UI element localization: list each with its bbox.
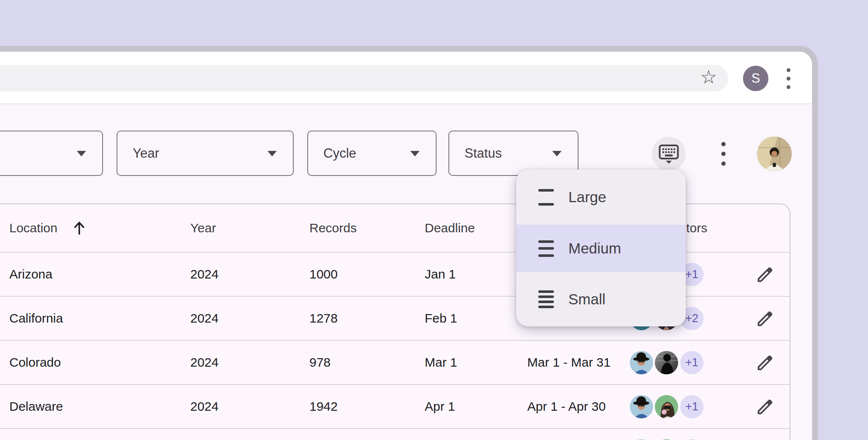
density-menu: Large Medium Small xyxy=(516,170,686,326)
column-header-label: Year xyxy=(190,221,216,235)
screen: ☆ S Year Cycle Status xyxy=(0,0,868,440)
menu-item-label: Small xyxy=(568,291,606,308)
cell-deadline: Feb 1 xyxy=(425,297,457,340)
keyboard-icon xyxy=(659,144,679,164)
edit-button[interactable] xyxy=(754,396,776,418)
cell-window: Apr 1 - Apr 30 xyxy=(527,385,606,428)
column-header-records[interactable]: Records xyxy=(309,204,357,252)
density-medium-icon xyxy=(538,240,554,257)
chevron-down-icon xyxy=(77,151,86,156)
cell-records: 978 xyxy=(309,341,331,384)
cell-location: Delaware xyxy=(9,385,63,428)
collaborators-overflow-badge[interactable]: +1 xyxy=(680,395,704,418)
cell-records: 1942 xyxy=(309,385,338,428)
menu-item-small[interactable]: Small xyxy=(516,272,686,326)
pencil-icon xyxy=(755,353,775,373)
cell-year: 2024 xyxy=(190,297,219,340)
more-options-icon[interactable] xyxy=(717,137,730,171)
filter-label: Cycle xyxy=(323,146,356,161)
browser-menu-icon[interactable] xyxy=(782,66,795,91)
cell-records: 1000 xyxy=(309,253,338,296)
table-row-partial[interactable] xyxy=(0,428,790,440)
browser-profile-avatar[interactable]: S xyxy=(743,66,768,91)
bookmark-star-icon[interactable]: ☆ xyxy=(696,64,721,90)
cell-year: 2024 xyxy=(190,253,219,296)
menu-item-label: Medium xyxy=(568,240,621,257)
cell-year: 2024 xyxy=(190,385,219,428)
density-large-icon xyxy=(538,189,554,206)
collaborator-avatar xyxy=(655,395,678,418)
menu-item-medium[interactable]: Medium xyxy=(516,225,686,272)
chevron-down-icon xyxy=(552,151,562,156)
cell-deadline: Jan 1 xyxy=(425,253,456,296)
table-row-delaware[interactable]: Delaware 2024 1942 Apr 1 Apr 1 - Apr 30 xyxy=(0,384,790,428)
sort-ascending-icon xyxy=(72,220,86,236)
column-header-deadline[interactable]: Deadline xyxy=(425,204,475,252)
edit-button[interactable] xyxy=(754,308,776,329)
filter-select-year[interactable]: Year xyxy=(117,131,294,176)
filter-select-status[interactable]: Status xyxy=(448,131,579,176)
filter-label: Year xyxy=(133,146,159,161)
pencil-icon xyxy=(755,265,775,284)
cell-deadline: Apr 1 xyxy=(425,385,455,428)
density-small-icon xyxy=(538,290,554,309)
column-header-label: tors xyxy=(686,221,707,235)
cell-window: Mar 1 - Mar 31 xyxy=(527,341,611,384)
edit-button[interactable] xyxy=(754,352,776,373)
chevron-down-icon xyxy=(410,151,420,156)
cell-location: California xyxy=(9,297,63,340)
pencil-icon xyxy=(755,309,775,329)
cell-deadline: Mar 1 xyxy=(425,341,457,384)
address-bar[interactable] xyxy=(0,65,728,92)
collaborators-overflow-badge[interactable]: +1 xyxy=(680,351,704,374)
chevron-down-icon xyxy=(267,151,277,156)
menu-item-label: Large xyxy=(568,189,606,206)
cell-location: Arizona xyxy=(9,253,53,296)
column-header-label: Location xyxy=(9,221,57,235)
user-profile-avatar[interactable] xyxy=(757,136,792,171)
cell-year: 2024 xyxy=(190,341,219,384)
filter-select-truncated[interactable] xyxy=(0,131,103,176)
table-row-colorado[interactable]: Colorado 2024 978 Mar 1 Mar 1 - Mar 31 xyxy=(0,340,790,384)
menu-item-large[interactable]: Large xyxy=(516,170,686,225)
cell-records: 1278 xyxy=(309,297,338,340)
density-button[interactable] xyxy=(652,137,686,171)
filter-label: Status xyxy=(465,146,502,161)
pencil-icon xyxy=(755,397,775,417)
cell-location: Colorado xyxy=(9,341,61,384)
column-header-collaborators[interactable]: tors xyxy=(686,204,707,252)
column-header-location[interactable]: Location xyxy=(9,204,86,252)
column-header-label: Records xyxy=(309,221,357,235)
collaborator-avatar xyxy=(630,351,653,374)
filter-select-cycle[interactable]: Cycle xyxy=(307,131,437,176)
column-header-year[interactable]: Year xyxy=(190,204,216,252)
collaborator-avatar xyxy=(655,351,678,374)
column-header-label: Deadline xyxy=(425,221,475,235)
edit-button[interactable] xyxy=(754,264,776,285)
collaborator-avatar xyxy=(630,395,653,418)
browser-profile-initial: S xyxy=(751,71,760,86)
profile-photo xyxy=(757,136,792,171)
